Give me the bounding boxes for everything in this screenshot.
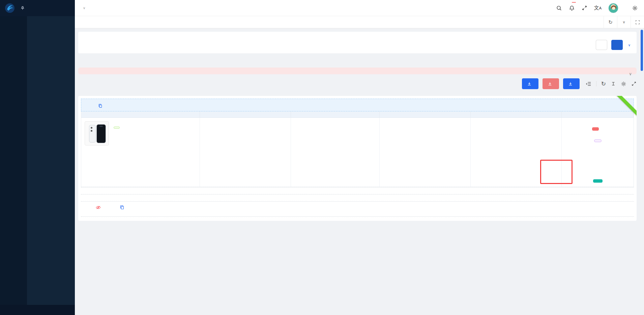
chevron-down-icon: ∨	[83, 6, 85, 10]
order-card	[78, 96, 637, 221]
reset-button[interactable]	[596, 40, 607, 50]
notification-bell-icon[interactable]	[569, 5, 575, 11]
lease-buttons	[383, 179, 467, 183]
chevron-down-icon: ∨	[628, 43, 631, 47]
order-row	[81, 118, 634, 187]
stats-panel: ∨	[78, 68, 637, 74]
sidebar-columns	[0, 16, 75, 305]
col-header-lease	[380, 111, 471, 117]
collapse-stats-icon[interactable]: ∨	[629, 72, 632, 76]
col-header-address	[471, 111, 562, 117]
auth-info-row	[81, 201, 634, 213]
pin-icon[interactable]	[21, 6, 25, 10]
scrollbar-thumb[interactable]	[641, 30, 643, 71]
order-time-tag	[594, 139, 602, 142]
product-type-tag	[114, 127, 120, 129]
expand-filters-link[interactable]: ∨	[627, 43, 631, 47]
order-table	[81, 111, 634, 187]
filter-actions: ∨	[84, 40, 631, 50]
breadcrumb: ∨	[81, 6, 89, 10]
lease-cell	[380, 118, 471, 187]
sidebar-submenu	[27, 16, 75, 305]
logo-row	[0, 0, 75, 16]
tabbar-tools: ↻ ∨	[604, 16, 644, 28]
gear-icon[interactable]	[632, 5, 638, 11]
topbar-actions: 文A	[556, 3, 638, 13]
refresh-icon[interactable]: ↻	[604, 16, 617, 28]
export-button[interactable]	[563, 78, 580, 89]
chevron-down-icon[interactable]: ∨	[617, 16, 631, 28]
user-stat-badges-row	[81, 194, 634, 201]
app-root: ∨ 文A	[0, 0, 644, 315]
copy-icon[interactable]	[120, 205, 124, 210]
main-area: ∨ 文A	[75, 0, 644, 315]
sidebar	[0, 0, 75, 315]
col-header-actions	[562, 111, 634, 117]
order-meta	[88, 102, 138, 108]
clipped-action-buttons-row	[81, 216, 634, 221]
topbar: ∨ 文A	[75, 0, 644, 16]
col-header-rent	[291, 111, 379, 117]
sidebar-collapse-button[interactable]	[0, 305, 75, 315]
brand-logo-icon	[5, 3, 15, 13]
rent-cell	[291, 118, 379, 187]
order-table-header	[81, 111, 634, 118]
close-order-button[interactable]	[592, 127, 599, 131]
product-image[interactable]	[85, 121, 109, 146]
product-cell	[81, 118, 200, 187]
search-icon[interactable]	[556, 5, 562, 11]
translate-icon[interactable]: 文A	[594, 5, 602, 11]
workspace-tabbar: ↻ ∨	[75, 16, 644, 28]
fullscreen-icon[interactable]	[631, 81, 637, 86]
gear-icon[interactable]	[621, 81, 626, 87]
fullscreen-icon[interactable]	[582, 5, 587, 11]
copy-icon[interactable]	[98, 104, 103, 108]
add-tag-button[interactable]	[593, 179, 603, 183]
divider	[596, 81, 596, 86]
avatar[interactable]	[608, 3, 618, 13]
rent-buttons	[294, 179, 376, 183]
address-buttons	[474, 179, 558, 183]
col-header-product	[81, 111, 200, 117]
row-height-icon[interactable]	[611, 81, 616, 86]
sidebar-rail	[0, 16, 27, 305]
column-settings-icon[interactable]	[586, 81, 591, 87]
eye-off-icon[interactable]	[96, 206, 101, 209]
risk-reason-row	[81, 187, 634, 194]
export-finance-button[interactable]	[522, 78, 538, 89]
other-actions-cell	[562, 118, 634, 187]
export-basic-button[interactable]	[543, 78, 559, 89]
expand-view-icon[interactable]	[631, 16, 644, 28]
search-button[interactable]	[611, 40, 623, 50]
table-tool-icons: ↻	[586, 80, 637, 87]
refresh-icon[interactable]: ↻	[601, 80, 606, 87]
order-summary-strip	[81, 99, 634, 111]
filter-card: ∨	[78, 32, 637, 53]
deposit-buttons	[203, 179, 287, 183]
order-number-link[interactable]	[97, 104, 103, 108]
deposit-cell	[200, 118, 291, 187]
notification-count-badge	[572, 2, 576, 3]
address-cell	[471, 118, 562, 187]
product-buttons	[85, 179, 196, 183]
col-header-deposit	[200, 111, 291, 117]
list-toolbar: ↻	[78, 78, 637, 89]
page-content: ∨ ∨	[75, 28, 644, 315]
